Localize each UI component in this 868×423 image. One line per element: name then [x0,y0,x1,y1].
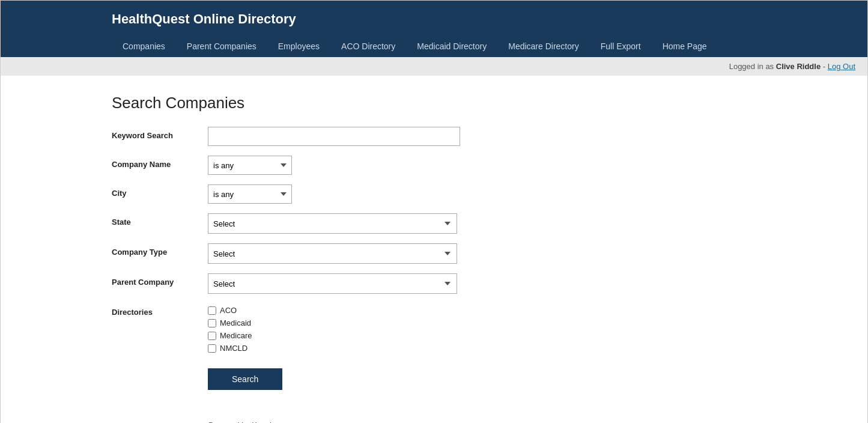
directories-row: Directories ACO Medicaid Medicare [112,303,756,353]
keyword-search-label: Keyword Search [112,127,208,140]
state-field: Select [208,213,472,234]
directory-nmcld-label: NMCLD [220,344,247,353]
nav-item-full-export[interactable]: Full Export [590,35,652,57]
directory-medicare-checkbox[interactable] [208,332,216,340]
nav-item-parent-companies[interactable]: Parent Companies [176,35,267,57]
app-title: HealthQuest Online Directory [1,11,867,35]
directory-medicaid-label: Medicaid [220,318,251,327]
login-bar: Logged in as Clive Riddle - Log Out [1,57,867,76]
parent-company-field: Select [208,273,472,294]
directories-label: Directories [112,303,208,317]
login-separator: - [821,62,828,71]
directory-medicare-item[interactable]: Medicare [208,331,472,340]
company-name-label: Company Name [112,156,208,169]
parent-company-dropdown[interactable]: Select [208,273,457,294]
company-type-row: Company Type Select [112,243,756,264]
nav-item-home-page[interactable]: Home Page [652,35,718,57]
search-button[interactable]: Search [208,368,282,390]
nav-bar: Companies Parent Companies Employees ACO… [1,35,867,57]
directory-aco-checkbox[interactable] [208,306,216,315]
logout-link[interactable]: Log Out [828,62,855,71]
header: HealthQuest Online Directory Companies P… [1,1,867,57]
directory-nmcld-checkbox[interactable] [208,344,216,353]
company-name-field: is any is is not contains [208,156,472,175]
keyword-search-input[interactable] [208,127,460,146]
nav-item-medicaid-directory[interactable]: Medicaid Directory [406,35,497,57]
page-title: Search Companies [112,94,756,112]
directories-field: ACO Medicaid Medicare NMCLD [208,303,472,353]
login-prefix: Logged in as [729,62,776,71]
state-row: State Select [112,213,756,234]
directory-medicaid-item[interactable]: Medicaid [208,318,472,327]
logged-in-user: Clive Riddle [776,62,821,71]
app-frame: HealthQuest Online Directory Companies P… [0,0,868,423]
city-dropdown[interactable]: is any is is not contains [208,184,292,204]
city-field: is any is is not contains [208,184,472,204]
directory-nmcld-item[interactable]: NMCLD [208,344,472,353]
state-label: State [112,213,208,227]
directory-aco-label: ACO [220,306,237,315]
directory-medicare-label: Medicare [220,331,252,340]
powered-by-link[interactable]: Powered by Knack [208,421,273,423]
parent-company-label: Parent Company [112,273,208,287]
main-content: Search Companies Keyword Search Company … [1,76,867,423]
keyword-search-row: Keyword Search [112,127,756,146]
company-type-dropdown[interactable]: Select [208,243,457,264]
directory-medicaid-checkbox[interactable] [208,319,216,327]
company-type-label: Company Type [112,243,208,257]
parent-company-row: Parent Company Select [112,273,756,294]
company-name-dropdown[interactable]: is any is is not contains [208,156,292,175]
nav-item-aco-directory[interactable]: ACO Directory [330,35,406,57]
directories-checkbox-group: ACO Medicaid Medicare NMCLD [208,303,472,353]
city-label: City [112,184,208,198]
city-row: City is any is is not contains [112,184,756,204]
nav-item-medicare-directory[interactable]: Medicare Directory [497,35,589,57]
state-dropdown[interactable]: Select [208,213,457,234]
nav-item-companies[interactable]: Companies [112,35,176,57]
nav-item-employees[interactable]: Employees [267,35,330,57]
company-type-field: Select [208,243,472,264]
company-name-row: Company Name is any is is not contains [112,156,756,175]
directory-aco-item[interactable]: ACO [208,306,472,315]
powered-by-section: Powered by Knack [208,420,756,423]
keyword-search-field [208,127,472,146]
